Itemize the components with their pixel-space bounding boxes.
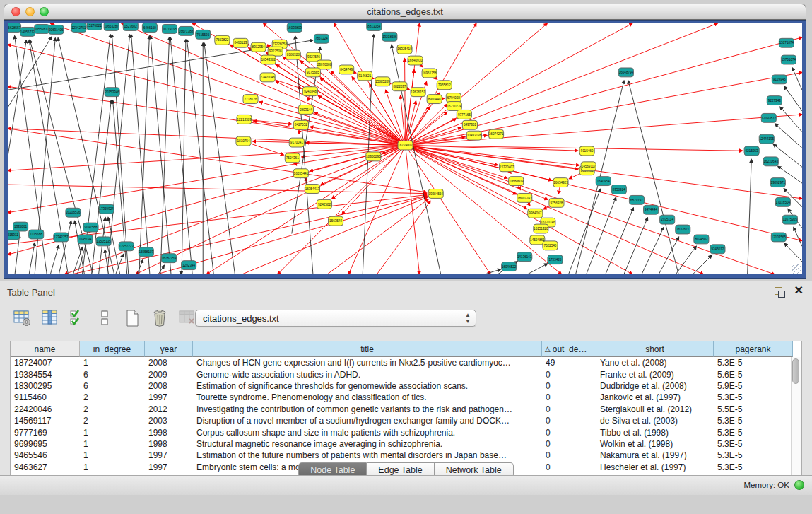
graph-node[interactable]: 16535441 (293, 169, 308, 178)
table-cell[interactable]: Stergiakouli et al. (2012) (596, 404, 714, 414)
table-cell[interactable]: Yano et al. (2008) (596, 358, 714, 368)
graph-node[interactable]: 15751074 (781, 55, 796, 64)
table-cell[interactable]: 5.3E-5 (714, 428, 793, 438)
graph-node[interactable]: 1640954 (596, 177, 611, 186)
graph-node[interactable]: 16325419 (397, 45, 412, 54)
graph-node[interactable]: 9129946 (772, 75, 787, 84)
graph-node[interactable]: 20153346 (105, 88, 119, 97)
table-cell[interactable]: 1 (80, 428, 145, 438)
graph-node[interactable]: 19892971 (770, 178, 785, 187)
graph-node[interactable]: 16151320 (534, 224, 548, 233)
table-cell[interactable]: 1 (80, 358, 145, 368)
graph-node[interactable]: 20691406 (49, 25, 64, 34)
graph-node[interactable]: 9777165 (457, 110, 471, 119)
table-cell[interactable]: 5.9E-5 (714, 381, 793, 391)
table-cell[interactable]: 2 (80, 404, 145, 414)
table-cell[interactable]: 2 (80, 392, 145, 402)
table-row[interactable]: 1456911722003Disruption of a novel membe… (11, 415, 801, 426)
table-cell[interactable]: 14569117 (11, 416, 80, 426)
table-cell[interactable]: 19384554 (11, 370, 80, 380)
graph-node[interactable]: 9984067 (528, 209, 543, 218)
graph-node[interactable]: 16354417 (305, 185, 319, 194)
graph-node[interactable]: 14569117 (581, 162, 596, 171)
table-cell[interactable]: Dudbridge et al. (2008) (596, 381, 714, 391)
table-row[interactable]: 969969511998Structural magnetic resonanc… (11, 438, 801, 450)
graph-node[interactable]: 16046522 (502, 262, 517, 271)
graph-node[interactable]: 9170041 (289, 138, 304, 147)
table-cell[interactable]: 2 (80, 416, 145, 426)
graph-node[interactable]: 17359924 (99, 204, 114, 214)
graph-node[interactable]: 9227343 (767, 96, 782, 105)
table-cell[interactable]: Tibbo et al. (1998) (596, 428, 714, 438)
graph-node[interactable]: 18724007 (398, 141, 413, 150)
graph-node[interactable]: 1145194 (78, 235, 93, 244)
graph-node[interactable]: 12093872 (761, 113, 776, 122)
table-cell[interactable]: 18300295 (11, 381, 80, 391)
graph-node[interactable]: 2935114 (660, 215, 675, 224)
table-cell[interactable]: 5.3E-5 (714, 416, 793, 426)
graph-node[interactable]: 16033809 (287, 23, 302, 32)
graph-node[interactable]: 16210224 (447, 102, 461, 111)
graph-node[interactable]: 19384554 (428, 189, 443, 199)
table-row[interactable]: 911546021997Tourette syndrome. Phenomeno… (11, 392, 801, 403)
table-cell[interactable]: 5.3E-5 (714, 450, 793, 460)
graph-node[interactable]: 15171074 (779, 38, 794, 47)
graph-node[interactable]: 8912954 (251, 42, 266, 52)
network-graph[interactable]: 1662855714055712205538132069140612342751… (8, 23, 802, 274)
table-row[interactable]: 977716911998Corpus callosum shape and si… (11, 426, 801, 438)
table-cell[interactable]: 2008 (145, 358, 193, 368)
column-header-year[interactable]: year (145, 341, 193, 357)
graph-node[interactable]: 16961758 (422, 69, 437, 78)
graph-node[interactable]: 8822037 (392, 82, 407, 91)
graph-node[interactable]: 10493138 (466, 131, 481, 140)
graph-node[interactable]: 9245012 (710, 245, 725, 254)
graph-node[interactable]: 12213389 (237, 115, 252, 124)
table-cell[interactable]: Changes of HCN gene expression and I(f) … (193, 358, 542, 368)
graph-node[interactable]: 13626151 (411, 88, 425, 97)
table-cell[interactable]: 2009 (145, 370, 193, 380)
table-scrollbar[interactable] (791, 357, 801, 475)
graph-node[interactable]: 7663822 (215, 35, 230, 45)
graph-node[interactable]: 10653287 (104, 23, 119, 30)
create-column-button[interactable] (122, 308, 143, 329)
table-cell[interactable]: 9699695 (11, 439, 80, 449)
table-cell[interactable]: Estimation of significance thresholds fo… (193, 381, 542, 391)
graph-node[interactable]: 19218586 (382, 32, 397, 41)
graph-node[interactable]: 8958924 (611, 185, 626, 194)
table-cell[interactable]: 0 (542, 392, 596, 402)
graph-node[interactable]: 14136141 (517, 252, 532, 262)
select-rows-button[interactable] (66, 308, 88, 329)
graph-node[interactable]: 12342751 (71, 23, 86, 32)
close-panel-button[interactable]: ✕ (794, 284, 804, 297)
graph-node[interactable]: 16210643 (763, 157, 778, 166)
network-canvas[interactable]: 1662855714055712205538132069140612342751… (8, 23, 802, 274)
graph-node[interactable]: 6497301 (462, 120, 477, 129)
graph-node[interactable]: 6794028 (446, 93, 461, 103)
table-cell[interactable]: 5.5E-5 (714, 404, 793, 414)
graph-node[interactable]: 8813054 (367, 23, 382, 30)
table-cell[interactable]: 0 (542, 428, 596, 438)
graph-node[interactable]: 9115460 (579, 146, 594, 156)
graph-node[interactable]: 6879197 (629, 195, 644, 204)
graph-node[interactable]: 9215953 (744, 146, 759, 156)
graph-node[interactable]: 17016504 (775, 197, 790, 206)
graph-node[interactable]: 1335061 (13, 222, 28, 231)
graph-node[interactable]: 8460123 (233, 38, 248, 47)
table-cell[interactable]: 2008 (145, 381, 193, 391)
table-cell[interactable]: 5.3E-5 (714, 392, 793, 402)
graph-node[interactable]: 7857224 (314, 34, 329, 43)
column-header-short[interactable]: short (596, 341, 714, 357)
graph-node[interactable]: 17957223 (119, 242, 134, 251)
delete-column-button[interactable] (149, 308, 170, 329)
table-row[interactable]: 946554611997Estimation of the future num… (11, 450, 801, 461)
graph-node[interactable]: 12444195 (759, 134, 774, 144)
table-cell[interactable]: 0 (542, 450, 596, 460)
column-header-pagerank[interactable]: pagerank (714, 341, 793, 357)
float-panel-button[interactable] (774, 286, 785, 298)
graph-node[interactable]: 10719195 (162, 24, 177, 33)
table-cell[interactable]: 1998 (145, 439, 193, 449)
graph-node[interactable]: 7632621 (676, 225, 690, 234)
table-cell[interactable]: 5.3E-5 (714, 439, 793, 449)
graph-node[interactable]: 18300295 (366, 152, 381, 161)
graph-node[interactable]: 6466160 (142, 23, 157, 32)
